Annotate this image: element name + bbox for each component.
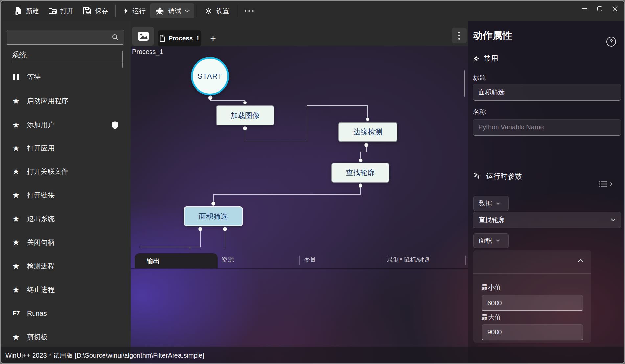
tab-separator	[382, 256, 382, 265]
max-value-input[interactable]	[482, 324, 583, 340]
param-list-button[interactable]	[598, 181, 613, 187]
panel-title: 动作属性	[473, 29, 512, 42]
status-bar: WinUi++ 2023 * 试用版 [D:\Source\winui\algo…	[1, 347, 624, 364]
app-window: 新建 打开 保存	[0, 0, 625, 364]
title-field-label: 标题	[473, 73, 486, 82]
data-dropdown[interactable]: 数据	[473, 196, 509, 211]
bottom-tab-variables[interactable]: 变量	[304, 256, 316, 264]
node-label: 面积筛选	[199, 212, 228, 221]
flow-node-start[interactable]: START	[191, 57, 229, 95]
tab-label: 输出	[147, 257, 160, 265]
list-settings-icon	[598, 181, 608, 187]
tab-separator	[465, 256, 466, 265]
chevron-down-icon	[496, 202, 500, 205]
node-label: 边缘检测	[354, 127, 382, 137]
tab-separator	[299, 256, 300, 265]
node-label: START	[197, 72, 222, 80]
help-button[interactable]: ?	[606, 37, 616, 47]
node-label: 加载图像	[231, 111, 260, 121]
expander-divider	[473, 273, 591, 274]
chevron-right-icon	[610, 182, 613, 186]
double-gear-icon	[473, 172, 482, 181]
flow-node-edge-detect[interactable]: 边缘检测	[338, 122, 397, 142]
help-icon: ?	[610, 39, 613, 45]
runtime-params-section-header: 运行时参数	[473, 171, 522, 181]
chevron-down-icon	[611, 218, 615, 221]
dropdown-label: 面积	[479, 236, 492, 245]
area-dropdown[interactable]: 面积	[473, 233, 509, 248]
node-label: 查找轮廓	[346, 168, 375, 178]
gear-icon	[473, 55, 480, 62]
dropdown-label: 数据	[479, 199, 492, 208]
section-label: 常用	[484, 54, 498, 63]
bottom-tab-output[interactable]: 输出	[135, 253, 218, 268]
collapse-button[interactable]	[578, 259, 584, 262]
common-section-header: 常用	[473, 54, 498, 63]
flow-node-filter-area[interactable]: 面积筛选	[184, 206, 243, 226]
python-variable-name-input[interactable]	[473, 119, 621, 136]
canvas-scrollbar[interactable]	[464, 70, 465, 97]
select-value: 查找轮廓	[478, 216, 607, 224]
source-select[interactable]: 查找轮廓	[473, 212, 621, 228]
output-panel-divider	[131, 268, 468, 269]
flow-node-load-image[interactable]: 加载图像	[216, 105, 274, 125]
bottom-tab-resources[interactable]: 资源	[221, 256, 234, 264]
max-value-label: 最大值	[481, 313, 501, 322]
title-input[interactable]	[473, 84, 621, 101]
chevron-down-icon	[496, 239, 500, 242]
name-field-label: 名称	[473, 107, 486, 116]
min-value-input[interactable]	[482, 295, 583, 311]
status-text: WinUi++ 2023 * 试用版 [D:\Source\winui\algo…	[5, 351, 204, 360]
flow-node-find-contours[interactable]: 查找轮廓	[331, 163, 389, 183]
section-label: 运行时参数	[486, 171, 522, 181]
chevron-up-icon	[578, 259, 584, 262]
bottom-tab-record[interactable]: 录制* 鼠标/键盘	[387, 256, 430, 264]
min-value-label: 最小值	[481, 283, 501, 292]
